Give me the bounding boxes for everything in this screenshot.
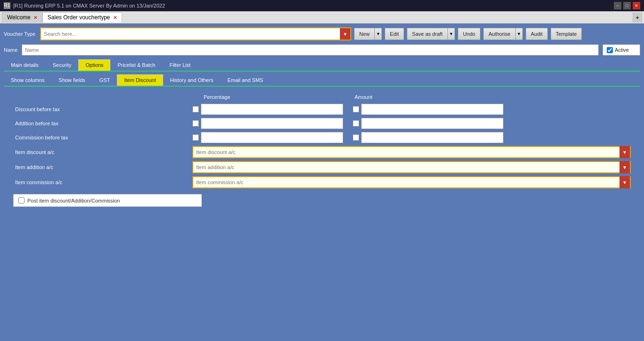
discount-before-tax-pct-checkbox[interactable] [192,106,199,113]
tab-filter-list[interactable]: Filter List [162,59,198,71]
item-discount-ac-select-wrap: ▼ [192,146,631,158]
item-commission-ac-select-wrap: ▼ [192,176,631,188]
new-btn-group: New ▼ [354,28,382,40]
discount-before-tax-amt-input[interactable] [361,104,504,115]
addition-before-tax-pct-checkbox[interactable] [192,120,199,127]
audit-button[interactable]: Audit [526,28,548,40]
sub-tab-history-others[interactable]: History and Others [163,74,221,86]
item-discount-ac-label: Item discount a/c [13,149,192,155]
voucher-type-search-wrapper: ▼ [40,27,351,41]
commission-before-tax-label: Commission before tax [13,135,192,140]
name-input[interactable] [22,44,599,56]
commission-before-tax-row: Commission before tax [13,132,631,143]
template-button[interactable]: Template [551,28,582,40]
tab-sales-order-label: Sales Order vouchertype [48,14,110,21]
tab-add-button[interactable]: + [633,13,642,22]
commission-before-tax-amt-field [353,132,504,143]
item-addition-ac-label: Item addition a/c [13,164,192,170]
active-checkbox[interactable] [607,47,613,53]
discount-before-tax-label: Discount before tax [13,106,192,112]
commission-before-tax-amt-checkbox[interactable] [353,134,359,141]
undo-button[interactable]: Undo [458,28,480,40]
app-icon: R1 [4,2,10,9]
item-commission-ac-label: Item commission a/c [13,179,192,185]
sub-tab-show-columns[interactable]: Show columns [4,74,52,86]
discount-before-tax-pct-input[interactable] [201,104,343,115]
title-bar-title: [R1] Running ERP 5.1 on CMAX Server By A… [13,3,165,8]
voucher-type-search-input[interactable] [41,29,340,39]
form-area: Percentage Amount Discount before tax Ad… [4,87,640,214]
item-addition-ac-dropdown[interactable]: ▼ [619,161,630,173]
tab-main-details[interactable]: Main details [4,59,46,71]
addition-before-tax-amt-checkbox[interactable] [353,120,359,127]
tab-sales-order-close[interactable]: ✕ [113,15,117,20]
addition-before-tax-label: Addition before tax [13,121,192,126]
sub-tab-item-discount[interactable]: Item Discount [117,74,163,86]
close-button[interactable]: ✕ [633,2,640,9]
voucher-type-label: Voucher Type [4,31,35,37]
commission-before-tax-pct-checkbox[interactable] [192,134,199,141]
addition-before-tax-pct-input[interactable] [201,118,343,129]
item-discount-ac-row: Item discount a/c ▼ [13,146,631,158]
active-checkbox-wrapper: Active [603,44,640,56]
tab-welcome-close[interactable]: ✕ [33,15,37,20]
sub-tab-email-sms[interactable]: Email and SMS [220,74,270,86]
item-discount-ac-input[interactable] [193,149,619,155]
commission-before-tax-pct-field [192,132,343,143]
item-commission-ac-input[interactable] [193,179,619,185]
new-button[interactable]: New [354,28,374,40]
authorise-btn-group: Authorise ▼ [483,28,522,40]
addition-before-tax-amt-field [353,118,504,129]
tab-options[interactable]: Options [78,59,110,71]
item-discount-ac-dropdown[interactable]: ▼ [619,146,630,158]
addition-before-tax-amt-input[interactable] [361,118,504,129]
percentage-header: Percentage [202,94,353,100]
minimize-button[interactable]: − [614,2,621,9]
new-dropdown-arrow[interactable]: ▼ [374,28,382,40]
save-draft-dropdown-arrow[interactable]: ▼ [447,28,455,40]
authorise-button[interactable]: Authorise [483,28,515,40]
addition-before-tax-row: Addition before tax [13,118,631,129]
sub-tabs: Show columns Show fields GST Item Discou… [4,74,640,87]
item-addition-ac-select-wrap: ▼ [192,161,631,173]
active-label: Active [615,47,629,53]
post-checkbox-row: Post item discount/Addition/Commission [13,194,631,207]
tab-welcome[interactable]: Welcome ✕ [2,12,42,23]
post-item-label: Post item discount/Addition/Commission [27,198,120,203]
post-checkbox-wrapper: Post item discount/Addition/Commission [13,194,202,207]
tab-pricelist-batch[interactable]: Pricelist & Batch [110,59,162,71]
commission-before-tax-pct-input[interactable] [201,132,343,143]
tab-bar: Welcome ✕ Sales Order vouchertype ✕ + [0,11,644,24]
tab-welcome-label: Welcome [7,14,31,21]
tab-sales-order[interactable]: Sales Order vouchertype ✕ [42,12,122,23]
column-headers: Percentage Amount [13,94,631,100]
maximize-button[interactable]: □ [623,2,631,9]
item-commission-ac-row: Item commission a/c ▼ [13,176,631,188]
amount-header: Amount [353,94,504,100]
voucher-type-dropdown-btn[interactable]: ▼ [340,28,350,40]
edit-button[interactable]: Edit [385,28,404,40]
commission-before-tax-amt-input[interactable] [361,132,504,143]
discount-before-tax-pct-field [192,104,343,115]
name-bar: Name Active [4,44,640,56]
toolbar: Voucher Type ▼ New ▼ Edit Save as draft … [4,27,640,41]
save-draft-btn-group: Save as draft ▼ [407,28,455,40]
name-label: Name [4,47,18,53]
item-addition-ac-input[interactable] [193,164,619,170]
post-item-checkbox[interactable] [18,197,25,203]
item-addition-ac-row: Item addition a/c ▼ [13,161,631,173]
tab-security[interactable]: Security [46,59,79,71]
main-tabs: Main details Security Options Pricelist … [4,59,640,72]
main-area: Voucher Type ▼ New ▼ Edit Save as draft … [0,24,644,341]
authorise-dropdown-arrow[interactable]: ▼ [515,28,523,40]
save-as-draft-button[interactable]: Save as draft [407,28,447,40]
addition-before-tax-pct-field [192,118,343,129]
sub-tab-gst[interactable]: GST [92,74,117,86]
title-bar: R1 [R1] Running ERP 5.1 on CMAX Server B… [0,0,644,11]
discount-before-tax-amt-field [353,104,504,115]
sub-tab-show-fields[interactable]: Show fields [52,74,92,86]
discount-before-tax-row: Discount before tax [13,104,631,115]
discount-before-tax-amt-checkbox[interactable] [353,106,359,113]
item-commission-ac-dropdown[interactable]: ▼ [619,176,630,188]
